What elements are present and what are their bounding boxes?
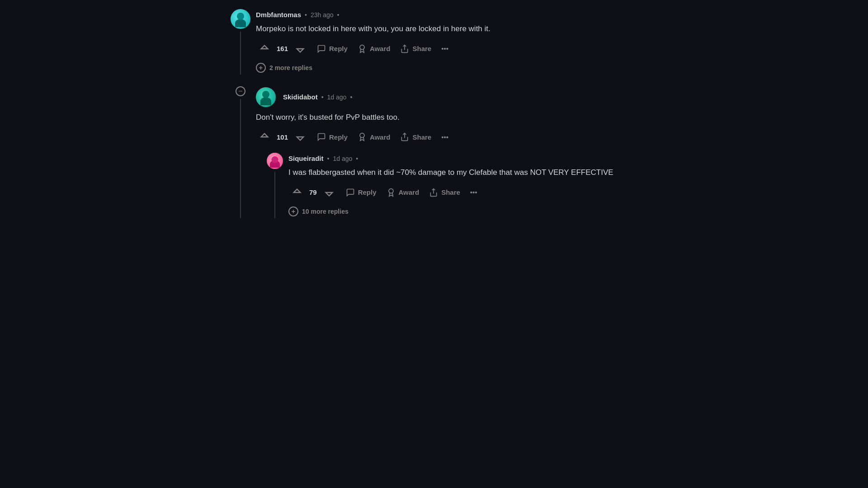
avatar-skididabot [256, 87, 276, 107]
comment-1-left [231, 9, 250, 75]
share-button-nested[interactable]: Share [425, 185, 464, 200]
thread-line-nested [274, 172, 275, 218]
comment-1-body: Dmbfantomas • 23h ago • Morpeko is not l… [256, 9, 637, 75]
svg-point-0 [360, 45, 364, 49]
comment-1-header: Dmbfantomas • 23h ago • [256, 11, 637, 19]
comment-2-text: Don't worry, it's busted for PvP battles… [256, 112, 637, 123]
upvote-button-nested[interactable] [288, 185, 306, 200]
reply-icon-1 [317, 44, 326, 53]
nested-header-siqueiradit: Siqueiradit • 1d ago • [288, 155, 637, 162]
upvote-icon-1 [259, 44, 269, 54]
more-replies-label-1: 2 more replies [269, 64, 312, 71]
more-replies-icon-nested: + [288, 206, 298, 216]
award-icon-1 [358, 44, 367, 53]
award-button-nested[interactable]: Award [383, 185, 423, 200]
award-button-2[interactable]: Award [354, 130, 394, 144]
comment-2-body: Skididabot • 1d ago • Don't worry, it's … [256, 85, 637, 218]
thread-line-2 [240, 99, 241, 218]
vote-count-nested: 79 [309, 188, 317, 196]
upvote-button-1[interactable] [256, 41, 273, 56]
vote-section-nested: 79 [288, 185, 338, 200]
vote-count-2: 101 [277, 133, 288, 141]
share-icon-nested [429, 188, 438, 197]
upvote-icon-nested [292, 188, 302, 197]
more-replies-icon-1: + [256, 63, 266, 73]
username-skididabot: Skididabot [283, 93, 318, 101]
upvote-icon-2 [259, 132, 269, 142]
more-icon-nested: ••• [470, 188, 477, 196]
more-replies-label-nested: 10 more replies [302, 208, 349, 215]
dot-2b: • [350, 94, 352, 101]
dot-2: • [321, 94, 324, 101]
action-bar-1: 161 Reply [256, 41, 637, 56]
comment-1: Dmbfantomas • 23h ago • Morpeko is not l… [231, 9, 637, 75]
award-icon-nested [387, 188, 396, 197]
share-icon-2 [400, 132, 409, 141]
award-label-nested: Award [399, 188, 420, 196]
reply-button-nested[interactable]: Reply [342, 185, 380, 200]
reply-button-1[interactable]: Reply [313, 42, 351, 56]
share-button-1[interactable]: Share [396, 42, 435, 56]
share-label-2: Share [412, 133, 431, 141]
action-bar-2: 101 Reply [256, 129, 637, 145]
vote-section-1: 161 [256, 41, 309, 56]
nested-body-siqueiradit: Siqueiradit • 1d ago • I was flabbergast… [288, 153, 637, 218]
nested-left-siqueiradit [267, 153, 283, 218]
downvote-icon-2 [295, 132, 305, 142]
share-label-1: Share [412, 45, 431, 52]
avatar-dmbfantomas [231, 9, 250, 29]
timestamp-1: 23h ago [311, 11, 334, 19]
dot-nested: • [327, 155, 330, 162]
dot-nested-b: • [356, 155, 358, 162]
more-replies-nested[interactable]: + 10 more replies [288, 205, 637, 218]
svg-point-4 [389, 188, 393, 193]
dot-1b: • [337, 11, 340, 19]
timestamp-nested: 1d ago [333, 155, 352, 162]
action-bar-nested: 79 Reply [288, 185, 637, 200]
avatar-siqueiradit [267, 153, 283, 169]
downvote-button-nested[interactable] [321, 185, 338, 200]
share-button-2[interactable]: Share [396, 130, 435, 144]
downvote-button-2[interactable] [292, 129, 309, 145]
more-icon-2: ••• [441, 133, 448, 141]
reply-button-2[interactable]: Reply [313, 130, 351, 144]
share-label-nested: Share [441, 188, 460, 196]
thread-line-1 [240, 32, 241, 75]
nested-text-siqueiradit: I was flabbergasted when it did ~70% dam… [288, 167, 637, 178]
reply-label-1: Reply [329, 45, 348, 52]
award-label-2: Award [370, 133, 391, 141]
comment-2-header: Skididabot • 1d ago • [256, 87, 637, 107]
timestamp-2: 1d ago [327, 94, 347, 101]
comment-2: − Skididabot • 1d ago • Don't worry, it'… [231, 85, 637, 218]
username-siqueiradit: Siqueiradit [288, 155, 324, 162]
award-button-1[interactable]: Award [354, 42, 394, 56]
more-button-nested[interactable]: ••• [467, 186, 481, 199]
comment-1-text: Morpeko is not locked in here with you, … [256, 23, 637, 35]
downvote-button-1[interactable] [292, 41, 309, 56]
svg-point-2 [360, 133, 364, 138]
award-icon-2 [358, 132, 367, 141]
reply-icon-nested [346, 188, 355, 197]
more-replies-1[interactable]: + 2 more replies [256, 61, 637, 75]
comment-2-left: − [231, 85, 250, 218]
dot-1: • [305, 11, 307, 19]
downvote-icon-1 [295, 44, 305, 54]
username-dmbfantomas: Dmbfantomas [256, 11, 301, 19]
vote-section-2: 101 [256, 129, 309, 145]
reply-label-nested: Reply [358, 188, 377, 196]
nested-comment-siqueiradit: Siqueiradit • 1d ago • I was flabbergast… [267, 153, 637, 218]
vote-count-1: 161 [277, 45, 288, 52]
reply-icon-2 [317, 132, 326, 141]
collapse-button-2[interactable]: − [236, 86, 245, 96]
award-label-1: Award [370, 45, 391, 52]
reply-label-2: Reply [329, 133, 348, 141]
upvote-button-2[interactable] [256, 129, 273, 145]
more-button-1[interactable]: ••• [438, 42, 452, 55]
share-icon-1 [400, 44, 409, 53]
downvote-icon-nested [324, 188, 334, 197]
comments-container: Dmbfantomas • 23h ago • Morpeko is not l… [231, 0, 637, 238]
more-button-2[interactable]: ••• [438, 131, 452, 144]
more-icon-1: ••• [441, 45, 448, 52]
